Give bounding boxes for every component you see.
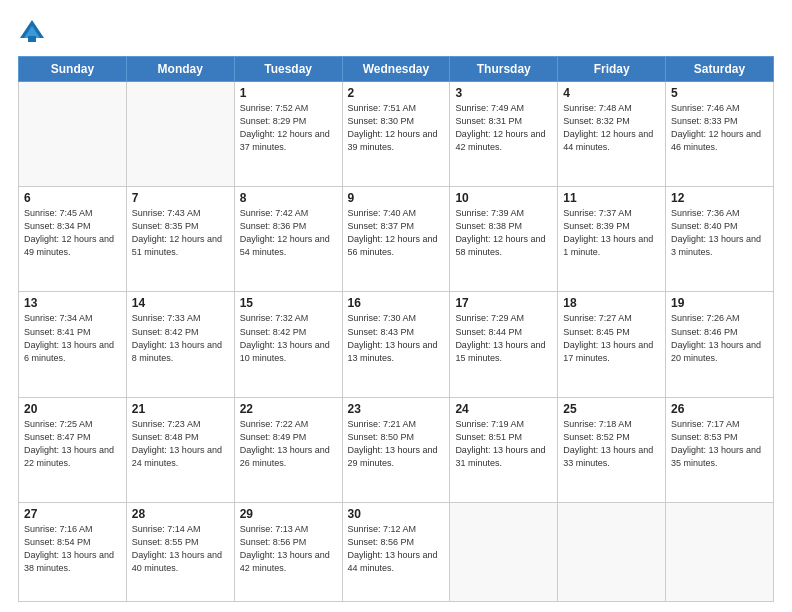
- calendar-cell: 11Sunrise: 7:37 AM Sunset: 8:39 PM Dayli…: [558, 187, 666, 292]
- calendar-week-row: 20Sunrise: 7:25 AM Sunset: 8:47 PM Dayli…: [19, 397, 774, 502]
- day-info: Sunrise: 7:13 AM Sunset: 8:56 PM Dayligh…: [240, 523, 337, 575]
- calendar-week-row: 27Sunrise: 7:16 AM Sunset: 8:54 PM Dayli…: [19, 502, 774, 601]
- day-info: Sunrise: 7:39 AM Sunset: 8:38 PM Dayligh…: [455, 207, 552, 259]
- day-number: 24: [455, 402, 552, 416]
- day-number: 13: [24, 296, 121, 310]
- calendar-cell: 16Sunrise: 7:30 AM Sunset: 8:43 PM Dayli…: [342, 292, 450, 397]
- calendar-cell: 8Sunrise: 7:42 AM Sunset: 8:36 PM Daylig…: [234, 187, 342, 292]
- day-info: Sunrise: 7:46 AM Sunset: 8:33 PM Dayligh…: [671, 102, 768, 154]
- calendar-cell: 1Sunrise: 7:52 AM Sunset: 8:29 PM Daylig…: [234, 82, 342, 187]
- day-number: 10: [455, 191, 552, 205]
- calendar-cell: [450, 502, 558, 601]
- day-info: Sunrise: 7:45 AM Sunset: 8:34 PM Dayligh…: [24, 207, 121, 259]
- day-info: Sunrise: 7:25 AM Sunset: 8:47 PM Dayligh…: [24, 418, 121, 470]
- calendar-cell: 14Sunrise: 7:33 AM Sunset: 8:42 PM Dayli…: [126, 292, 234, 397]
- day-number: 26: [671, 402, 768, 416]
- calendar-cell: 22Sunrise: 7:22 AM Sunset: 8:49 PM Dayli…: [234, 397, 342, 502]
- day-info: Sunrise: 7:33 AM Sunset: 8:42 PM Dayligh…: [132, 312, 229, 364]
- day-info: Sunrise: 7:52 AM Sunset: 8:29 PM Dayligh…: [240, 102, 337, 154]
- calendar-cell: 12Sunrise: 7:36 AM Sunset: 8:40 PM Dayli…: [666, 187, 774, 292]
- day-info: Sunrise: 7:22 AM Sunset: 8:49 PM Dayligh…: [240, 418, 337, 470]
- weekday-header-cell: Tuesday: [234, 57, 342, 82]
- calendar-week-row: 6Sunrise: 7:45 AM Sunset: 8:34 PM Daylig…: [19, 187, 774, 292]
- calendar-cell: 20Sunrise: 7:25 AM Sunset: 8:47 PM Dayli…: [19, 397, 127, 502]
- day-number: 11: [563, 191, 660, 205]
- day-number: 6: [24, 191, 121, 205]
- calendar-cell: 6Sunrise: 7:45 AM Sunset: 8:34 PM Daylig…: [19, 187, 127, 292]
- calendar-cell: 10Sunrise: 7:39 AM Sunset: 8:38 PM Dayli…: [450, 187, 558, 292]
- calendar-cell: 28Sunrise: 7:14 AM Sunset: 8:55 PM Dayli…: [126, 502, 234, 601]
- calendar-cell: 4Sunrise: 7:48 AM Sunset: 8:32 PM Daylig…: [558, 82, 666, 187]
- day-number: 14: [132, 296, 229, 310]
- calendar-cell: 5Sunrise: 7:46 AM Sunset: 8:33 PM Daylig…: [666, 82, 774, 187]
- svg-rect-2: [28, 36, 36, 42]
- calendar-cell: 21Sunrise: 7:23 AM Sunset: 8:48 PM Dayli…: [126, 397, 234, 502]
- day-number: 7: [132, 191, 229, 205]
- logo-icon: [18, 18, 46, 46]
- day-info: Sunrise: 7:19 AM Sunset: 8:51 PM Dayligh…: [455, 418, 552, 470]
- day-info: Sunrise: 7:43 AM Sunset: 8:35 PM Dayligh…: [132, 207, 229, 259]
- day-number: 4: [563, 86, 660, 100]
- calendar-cell: 19Sunrise: 7:26 AM Sunset: 8:46 PM Dayli…: [666, 292, 774, 397]
- day-number: 15: [240, 296, 337, 310]
- day-number: 3: [455, 86, 552, 100]
- day-number: 27: [24, 507, 121, 521]
- calendar-cell: 27Sunrise: 7:16 AM Sunset: 8:54 PM Dayli…: [19, 502, 127, 601]
- weekday-header-row: SundayMondayTuesdayWednesdayThursdayFrid…: [19, 57, 774, 82]
- logo: [18, 18, 50, 46]
- day-info: Sunrise: 7:18 AM Sunset: 8:52 PM Dayligh…: [563, 418, 660, 470]
- day-number: 25: [563, 402, 660, 416]
- weekday-header-cell: Saturday: [666, 57, 774, 82]
- calendar-cell: 17Sunrise: 7:29 AM Sunset: 8:44 PM Dayli…: [450, 292, 558, 397]
- calendar-body: 1Sunrise: 7:52 AM Sunset: 8:29 PM Daylig…: [19, 82, 774, 602]
- day-number: 16: [348, 296, 445, 310]
- day-info: Sunrise: 7:27 AM Sunset: 8:45 PM Dayligh…: [563, 312, 660, 364]
- day-info: Sunrise: 7:32 AM Sunset: 8:42 PM Dayligh…: [240, 312, 337, 364]
- day-number: 12: [671, 191, 768, 205]
- day-number: 2: [348, 86, 445, 100]
- day-number: 23: [348, 402, 445, 416]
- calendar-cell: 26Sunrise: 7:17 AM Sunset: 8:53 PM Dayli…: [666, 397, 774, 502]
- calendar-cell: [126, 82, 234, 187]
- day-number: 21: [132, 402, 229, 416]
- day-number: 9: [348, 191, 445, 205]
- calendar-cell: 23Sunrise: 7:21 AM Sunset: 8:50 PM Dayli…: [342, 397, 450, 502]
- day-number: 29: [240, 507, 337, 521]
- calendar-cell: 15Sunrise: 7:32 AM Sunset: 8:42 PM Dayli…: [234, 292, 342, 397]
- calendar-cell: 9Sunrise: 7:40 AM Sunset: 8:37 PM Daylig…: [342, 187, 450, 292]
- calendar-cell: 3Sunrise: 7:49 AM Sunset: 8:31 PM Daylig…: [450, 82, 558, 187]
- calendar-week-row: 1Sunrise: 7:52 AM Sunset: 8:29 PM Daylig…: [19, 82, 774, 187]
- calendar-cell: 13Sunrise: 7:34 AM Sunset: 8:41 PM Dayli…: [19, 292, 127, 397]
- calendar-cell: 18Sunrise: 7:27 AM Sunset: 8:45 PM Dayli…: [558, 292, 666, 397]
- day-info: Sunrise: 7:40 AM Sunset: 8:37 PM Dayligh…: [348, 207, 445, 259]
- calendar-cell: 2Sunrise: 7:51 AM Sunset: 8:30 PM Daylig…: [342, 82, 450, 187]
- day-info: Sunrise: 7:26 AM Sunset: 8:46 PM Dayligh…: [671, 312, 768, 364]
- calendar-cell: 7Sunrise: 7:43 AM Sunset: 8:35 PM Daylig…: [126, 187, 234, 292]
- day-info: Sunrise: 7:49 AM Sunset: 8:31 PM Dayligh…: [455, 102, 552, 154]
- header: [18, 18, 774, 46]
- page: SundayMondayTuesdayWednesdayThursdayFrid…: [0, 0, 792, 612]
- weekday-header-cell: Wednesday: [342, 57, 450, 82]
- day-info: Sunrise: 7:36 AM Sunset: 8:40 PM Dayligh…: [671, 207, 768, 259]
- day-info: Sunrise: 7:37 AM Sunset: 8:39 PM Dayligh…: [563, 207, 660, 259]
- calendar-week-row: 13Sunrise: 7:34 AM Sunset: 8:41 PM Dayli…: [19, 292, 774, 397]
- weekday-header-cell: Friday: [558, 57, 666, 82]
- day-info: Sunrise: 7:42 AM Sunset: 8:36 PM Dayligh…: [240, 207, 337, 259]
- calendar-cell: [19, 82, 127, 187]
- day-info: Sunrise: 7:12 AM Sunset: 8:56 PM Dayligh…: [348, 523, 445, 575]
- day-number: 19: [671, 296, 768, 310]
- calendar-cell: [558, 502, 666, 601]
- calendar-cell: 24Sunrise: 7:19 AM Sunset: 8:51 PM Dayli…: [450, 397, 558, 502]
- calendar-cell: 30Sunrise: 7:12 AM Sunset: 8:56 PM Dayli…: [342, 502, 450, 601]
- calendar-cell: 25Sunrise: 7:18 AM Sunset: 8:52 PM Dayli…: [558, 397, 666, 502]
- day-number: 30: [348, 507, 445, 521]
- day-number: 8: [240, 191, 337, 205]
- calendar-cell: [666, 502, 774, 601]
- day-info: Sunrise: 7:29 AM Sunset: 8:44 PM Dayligh…: [455, 312, 552, 364]
- calendar-table: SundayMondayTuesdayWednesdayThursdayFrid…: [18, 56, 774, 602]
- day-number: 28: [132, 507, 229, 521]
- day-info: Sunrise: 7:17 AM Sunset: 8:53 PM Dayligh…: [671, 418, 768, 470]
- day-info: Sunrise: 7:48 AM Sunset: 8:32 PM Dayligh…: [563, 102, 660, 154]
- day-info: Sunrise: 7:34 AM Sunset: 8:41 PM Dayligh…: [24, 312, 121, 364]
- calendar-cell: 29Sunrise: 7:13 AM Sunset: 8:56 PM Dayli…: [234, 502, 342, 601]
